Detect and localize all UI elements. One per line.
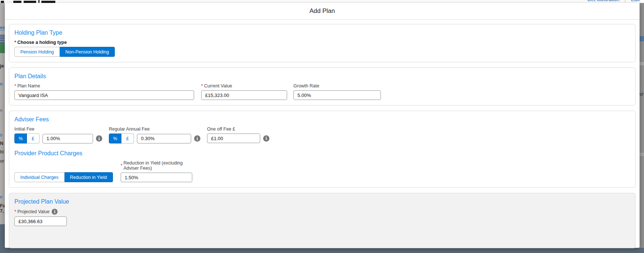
reduction-in-yield-input[interactable] — [121, 173, 192, 182]
info-icon[interactable]: i — [52, 209, 58, 215]
background-page-left-sliver: es je n e s N bl or v Fu 7, — [0, 3, 5, 224]
current-value-label-text: Current Value — [204, 83, 232, 89]
clipped-heading-glyph — [38, 0, 39, 3]
edit-link[interactable]: Edit — [631, 0, 640, 2]
choose-holding-type-label: * Choose a holding type — [14, 40, 630, 45]
clipped-text-fragment: je — [0, 63, 5, 69]
required-asterisk: * — [14, 40, 16, 45]
clipped-link-fragment: s — [0, 132, 5, 138]
provider-charges-toggle-group: Individual Charges Reduction in Yield — [14, 172, 113, 182]
required-asterisk: * — [201, 83, 203, 89]
one-off-fee-input[interactable] — [207, 134, 260, 143]
growth-rate-input[interactable] — [293, 90, 381, 100]
clipped-text-fragment: or — [0, 159, 5, 164]
info-icon[interactable]: i — [194, 135, 200, 142]
page-header-links: Get Illustration|Edit — [587, 0, 640, 2]
one-off-fee-field: One off Fee £ i — [207, 126, 269, 143]
one-off-fee-label: One off Fee £ — [207, 126, 269, 132]
clipped-chart-image — [0, 34, 5, 43]
required-asterisk: * — [14, 83, 16, 89]
regular-annual-fee-unit-toggle-group: % £ — [109, 134, 134, 143]
current-value-input[interactable] — [201, 90, 287, 100]
regular-annual-fee-input[interactable] — [137, 134, 191, 143]
modal-body: Holding Plan Type * Choose a holding typ… — [5, 20, 640, 253]
adviser-fees-heading: Adviser Fees — [14, 116, 630, 123]
clipped-row-band — [640, 153, 644, 156]
non-pension-holding-toggle[interactable]: Non-Pension Holding — [60, 47, 115, 57]
current-value-label: * Current Value — [201, 83, 287, 89]
modal-header: Add Plan — [5, 3, 640, 20]
initial-fee-pound-toggle[interactable]: £ — [27, 134, 39, 143]
initial-fee-label-text: Initial Fee — [14, 126, 34, 132]
reduction-in-yield-field: * Reduction in Yield (excluding Adviser … — [121, 160, 192, 182]
initial-fee-percent-toggle[interactable]: % — [14, 134, 27, 143]
reduction-in-yield-label: * Reduction in Yield (excluding Adviser … — [121, 160, 192, 171]
regular-annual-fee-field: Regular Annual Fee % £ i — [109, 126, 200, 143]
growth-rate-label-text: Growth Rate — [293, 83, 319, 89]
growth-rate-label: Growth Rate — [293, 83, 381, 89]
section-adviser-fees: Adviser Fees Initial Fee % £ i — [9, 111, 636, 188]
background-page-top-sliver: Get Illustration|Edit — [0, 0, 644, 3]
choose-holding-type-label-text: Choose a holding type — [17, 40, 67, 45]
projected-value-label: * Projected Value i — [14, 209, 630, 215]
current-value-field: * Current Value — [201, 83, 287, 100]
regular-annual-fee-label-text: Regular Annual Fee — [109, 126, 150, 132]
pension-holding-toggle[interactable]: Pension Holding — [14, 47, 60, 57]
projected-plan-value-heading: Projected Plan Value — [14, 198, 630, 205]
projected-value-input[interactable] — [14, 216, 67, 226]
info-icon[interactable]: i — [96, 135, 102, 142]
holding-plan-type-heading: Holding Plan Type — [14, 30, 630, 36]
provider-product-charges-heading: Provider Product Charges — [14, 150, 630, 157]
initial-fee-unit-toggle-group: % £ — [14, 134, 39, 143]
clipped-text-fragment: bl — [0, 149, 5, 155]
info-icon[interactable]: i — [263, 135, 269, 142]
regular-annual-fee-percent-toggle[interactable]: % — [109, 134, 121, 143]
clipped-text-fragment: ur — [640, 91, 644, 97]
clipped-text-fragment: N — [0, 141, 5, 146]
regular-annual-fee-pound-toggle[interactable]: £ — [121, 134, 134, 143]
individual-charges-toggle[interactable]: Individual Charges — [14, 172, 65, 182]
initial-fee-field: Initial Fee % £ i — [14, 126, 102, 143]
clipped-row-band — [640, 62, 644, 65]
reduction-in-yield-label-text: Reduction in Yield (excluding Adviser Fe… — [124, 160, 192, 171]
one-off-fee-label-text: One off Fee £ — [207, 126, 235, 132]
reduction-in-yield-toggle[interactable]: Reduction in Yield — [65, 172, 113, 182]
required-asterisk: * — [121, 163, 123, 168]
initial-fee-label: Initial Fee — [14, 126, 102, 132]
section-plan-details: Plan Details * Plan Name * Current Value — [9, 67, 636, 105]
background-page-right-sliver: ur — [640, 3, 644, 248]
plan-name-input[interactable] — [14, 90, 194, 100]
projected-value-label-text: Projected Value — [17, 209, 49, 214]
plan-name-label-text: Plan Name — [17, 83, 40, 89]
holding-type-toggle-group: Pension Holding Non-Pension Holding — [14, 47, 115, 57]
clipped-text-fragment: 7, — [0, 208, 5, 214]
plan-details-heading: Plan Details — [14, 73, 630, 80]
section-projected-plan-value: Projected Plan Value * Projected Value i — [9, 193, 636, 248]
clipped-text-fragment: e — [0, 108, 5, 113]
regular-annual-fee-label: Regular Annual Fee — [109, 126, 200, 132]
clipped-link-fragment: n — [0, 82, 5, 87]
initial-fee-input[interactable] — [42, 134, 93, 143]
add-plan-modal: Add Plan Holding Plan Type * Choose a ho… — [5, 3, 640, 248]
link-separator: | — [624, 0, 626, 2]
clipped-text-fragment: Fu — [0, 203, 5, 208]
clipped-link-fragment: v — [0, 194, 5, 200]
plan-name-field: * Plan Name — [14, 83, 194, 100]
modal-title: Add Plan — [310, 7, 335, 15]
clipped-link-fragment: es — [0, 25, 5, 31]
get-illustration-link[interactable]: Get Illustration — [587, 0, 619, 2]
clipped-green-banner — [0, 43, 5, 53]
growth-rate-field: Growth Rate — [293, 83, 381, 100]
clipped-blue-element — [640, 36, 644, 41]
required-asterisk: * — [14, 209, 16, 214]
plan-name-label: * Plan Name — [14, 83, 194, 89]
section-holding-plan-type: Holding Plan Type * Choose a holding typ… — [9, 24, 636, 62]
